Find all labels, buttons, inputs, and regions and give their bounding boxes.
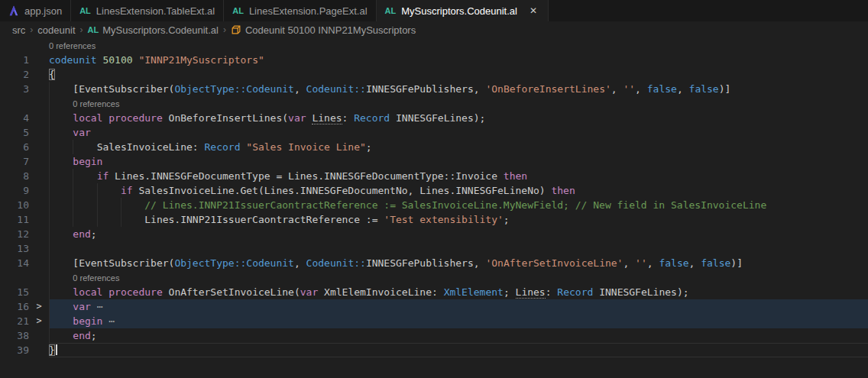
tab-linesextension-tableext-al[interactable]: ALLinesExtension.TableExt.al <box>71 0 224 21</box>
line-number: 38 <box>0 328 29 343</box>
indent-guide <box>49 314 50 328</box>
symbol-class-icon <box>231 24 241 35</box>
code-token: begin <box>73 315 102 327</box>
line-number: 3 <box>0 82 29 96</box>
code-token: if <box>121 185 133 196</box>
indent-guide <box>49 96 50 111</box>
codelens-content[interactable]: 0 references <box>49 38 868 53</box>
code-line-content[interactable]: SalesInvoiceLine: Record "Sales Invoice … <box>49 140 868 154</box>
code-line-content[interactable]: begin ⋯ <box>49 314 868 328</box>
code-token: then <box>504 170 527 182</box>
code-token: OnBeforeInsertLines <box>169 112 283 124</box>
code-token: Lines.INNESGFeDocumentType = Lines.INNES… <box>108 170 504 182</box>
code-token: "Sales Invoice Line" <box>246 141 366 153</box>
code-line-content[interactable]: if Lines.INNESGFeDocumentType = Lines.IN… <box>49 169 868 183</box>
gutter: 38 <box>0 328 49 343</box>
line-number: 12 <box>0 227 29 241</box>
code-line-1: 1codeunit 50100 "INNP21MySuscriptors" <box>0 53 868 67</box>
code-line-content[interactable]: { <box>49 67 868 82</box>
indent-guide <box>49 183 50 198</box>
code-line-8: 8 if Lines.INNESGFeDocumentType = Lines.… <box>0 169 868 183</box>
code-token: ObjectType <box>174 83 234 95</box>
code-token: 'Test extensibility' <box>384 214 504 225</box>
codelens-row: 0 references <box>0 270 868 285</box>
tab-app-json[interactable]: app.json <box>0 0 71 21</box>
indent-guide <box>49 198 50 212</box>
code-line-content[interactable]: local procedure OnBeforeInsertLines(var … <box>49 111 868 125</box>
code-line-content[interactable]: if SalesInvoiceLine.Get(Lines.INNESGFeDo… <box>49 183 868 198</box>
breadcrumb-item[interactable]: Codeunit 50100 INNP21MySuscriptors <box>231 24 416 36</box>
codelens-row: 0 references <box>0 96 868 111</box>
codelens-references-link[interactable]: 0 references <box>73 99 119 108</box>
indent-guide <box>97 212 98 227</box>
code-token: end <box>73 228 90 240</box>
app-json-icon <box>8 5 19 16</box>
code-line-content[interactable]: end; <box>49 227 868 241</box>
codelens-references-link[interactable]: 0 references <box>49 41 96 50</box>
code-token: , <box>611 83 623 95</box>
code-token: , <box>474 257 486 269</box>
fold-chevron-icon[interactable]: > <box>29 299 49 314</box>
tab-mysuscriptors-codeunit-al[interactable]: ALMySuscriptors.Codeunit.al✕ <box>377 0 549 21</box>
code-token: SalesInvoiceLine: <box>97 141 205 153</box>
fold-chevron-icon[interactable]: > <box>29 314 49 328</box>
code-token: , <box>294 83 306 95</box>
code-token: :: <box>235 257 247 269</box>
al-file-icon: AL <box>232 6 244 15</box>
code-token: procedure <box>108 112 162 124</box>
gutter: 14 <box>0 256 49 270</box>
breadcrumb-item[interactable]: src <box>12 24 25 36</box>
code-line-content[interactable]: [EventSubscriber(ObjectType::Codeunit, C… <box>49 256 868 270</box>
code-line-15: 15 local procedure OnAfterSetInvoiceLine… <box>0 285 868 299</box>
code-token: , <box>689 257 701 269</box>
code-line-content[interactable]: end; <box>49 328 868 343</box>
gutter: 9 <box>0 183 49 198</box>
code-line-content[interactable]: } <box>49 343 868 357</box>
line-number: 16 <box>0 299 29 314</box>
code-line-39: 39} <box>0 343 868 357</box>
code-token: codeunit <box>49 54 97 66</box>
folded-code-ellipsis-icon[interactable]: ⋯ <box>108 315 115 327</box>
gutter: 3 <box>0 82 49 96</box>
line-number: 11 <box>0 212 29 227</box>
indent-guide <box>49 140 50 154</box>
code-token: procedure <box>108 286 162 298</box>
code-line-9: 9 if SalesInvoiceLine.Get(Lines.INNESGFe… <box>0 183 868 198</box>
code-line-7: 7 begin <box>0 154 868 169</box>
codelens-content[interactable]: 0 references <box>49 270 868 285</box>
code-line-content[interactable]: [EventSubscriber(ObjectType::Codeunit, C… <box>49 82 868 96</box>
tab-label: LinesExtension.PageExt.al <box>249 5 368 17</box>
codelens-content[interactable]: 0 references <box>49 96 868 111</box>
indent-guide <box>49 82 50 96</box>
code-line-13: 13 <box>0 241 868 256</box>
code-line-content[interactable]: // Lines.INNP21IssuerCaontractReference … <box>49 198 868 212</box>
code-line-content[interactable]: codeunit 50100 "INNP21MySuscriptors" <box>49 53 868 67</box>
al-file-icon: AL <box>88 25 99 34</box>
breadcrumb-separator-icon: › <box>30 24 33 35</box>
bracket-match-token: { <box>49 69 55 80</box>
code-line-content[interactable]: Lines.INNP21IssuerCaontractReference := … <box>49 212 868 227</box>
code-line-content[interactable] <box>49 241 868 256</box>
breadcrumb-item[interactable]: ALMySuscriptors.Codeunit.al <box>88 24 219 36</box>
tab-close-icon[interactable]: ✕ <box>527 5 539 16</box>
breadcrumb-item[interactable]: codeunit <box>37 24 75 36</box>
code-line-5: 5 var <box>0 125 868 140</box>
code-line-38: 38 end; <box>0 328 868 343</box>
code-line-content[interactable]: local procedure OnAfterSetInvoiceLine(va… <box>49 285 868 299</box>
indent-guide <box>97 183 98 198</box>
code-token: , <box>623 257 635 269</box>
line-number: 2 <box>0 67 29 82</box>
code-token: ( <box>282 112 288 124</box>
folded-code-ellipsis-icon[interactable]: ⋯ <box>97 301 103 312</box>
indent-guide <box>73 183 73 198</box>
code-line-content[interactable]: begin <box>49 154 868 169</box>
codelens-references-link[interactable]: 0 references <box>73 273 119 283</box>
breadcrumb-separator-icon: › <box>80 24 83 35</box>
line-number: 39 <box>0 343 29 357</box>
code-editor[interactable]: 0 references1codeunit 50100 "INNP21MySus… <box>0 38 868 357</box>
tab-linesextension-pageext-al[interactable]: ALLinesExtension.PageExt.al <box>224 0 376 21</box>
code-line-content[interactable]: var <box>49 125 868 140</box>
code-line-content[interactable]: var ⋯ <box>49 299 868 314</box>
code-token: ; <box>366 141 372 153</box>
code-token: false <box>689 83 719 95</box>
